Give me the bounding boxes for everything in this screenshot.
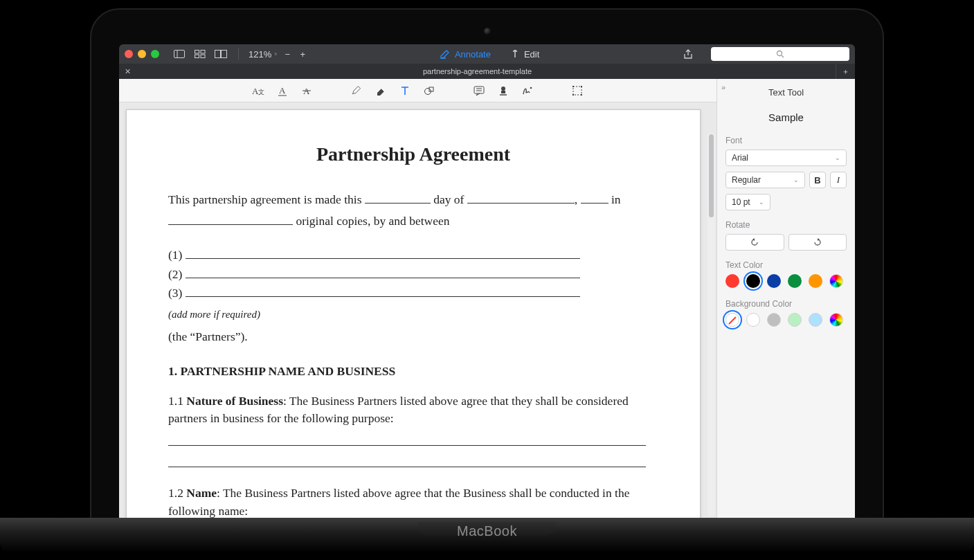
text-color-swatch[interactable] xyxy=(767,274,781,288)
bg-color-swatch[interactable] xyxy=(725,313,739,327)
svg-rect-4 xyxy=(195,55,199,58)
add-tab-button[interactable]: ＋ xyxy=(836,64,855,79)
font-size-select[interactable]: 10 pt ⌄ xyxy=(725,194,770,210)
window-controls xyxy=(125,50,159,58)
document-area: A文 A A xyxy=(119,79,716,519)
app-window: 121% ▾ − + Annotate Edit xyxy=(119,44,855,519)
text-color-swatch[interactable] xyxy=(746,274,760,288)
document-page: Partnership Agreement This partnership a… xyxy=(126,109,701,519)
signature-tool[interactable] xyxy=(518,82,536,100)
minimize-window-button[interactable] xyxy=(138,50,146,58)
dual-page-view-button[interactable] xyxy=(213,46,228,62)
chevron-down-icon: ⌄ xyxy=(759,199,764,206)
svg-rect-5 xyxy=(201,55,205,58)
note-tool[interactable] xyxy=(470,82,488,100)
partner-line-3: (3) xyxy=(168,284,658,302)
search-field[interactable] xyxy=(711,47,849,61)
font-family-value: Arial xyxy=(732,153,748,163)
text-style-tool[interactable]: A文 xyxy=(249,82,267,100)
sidebar-panel-title: Text Tool xyxy=(725,87,847,98)
separator xyxy=(238,48,239,60)
bg-color-swatch[interactable] xyxy=(746,313,760,327)
chevron-down-icon: ⌄ xyxy=(793,177,799,183)
doc-section-1-2: 1.2 Name: The Business Partners listed a… xyxy=(168,485,658,519)
tab-bar: ✕ partnership-agreement-template ＋ xyxy=(119,64,855,79)
zoom-in-button[interactable]: + xyxy=(297,46,308,62)
rotate-section-label: Rotate xyxy=(725,220,847,230)
bg-color-swatches xyxy=(725,313,847,327)
bg-color-picker-button[interactable] xyxy=(829,313,843,327)
font-section-label: Font xyxy=(725,136,847,145)
eraser-tool[interactable] xyxy=(372,82,390,100)
vertical-scrollbar[interactable] xyxy=(707,133,715,516)
close-window-button[interactable] xyxy=(125,50,133,58)
laptop-base: MacBook xyxy=(0,518,974,552)
selection-tool[interactable] xyxy=(568,82,586,100)
rotate-cw-icon xyxy=(813,237,822,247)
svg-rect-27 xyxy=(572,86,574,87)
annotate-icon xyxy=(440,48,451,60)
svg-rect-3 xyxy=(201,51,205,54)
bg-color-swatch[interactable] xyxy=(767,313,781,327)
italic-toggle[interactable]: I xyxy=(830,172,847,188)
doc-title: Partnership Agreement xyxy=(168,141,658,169)
blank-line xyxy=(168,433,658,451)
shape-tool[interactable] xyxy=(420,82,438,100)
close-tab-button[interactable]: ✕ xyxy=(125,67,131,76)
screen-bezel: 121% ▾ − + Annotate Edit xyxy=(119,44,855,519)
laptop-brand-label: MacBook xyxy=(0,523,974,539)
page-canvas[interactable]: Partnership Agreement This partnership a… xyxy=(119,102,716,519)
svg-rect-2 xyxy=(195,51,199,54)
annotation-toolbar: A文 A A xyxy=(119,79,716,102)
font-style-select[interactable]: Regular ⌄ xyxy=(725,172,805,188)
annotate-mode-button[interactable]: Annotate xyxy=(440,48,491,60)
edit-mode-button[interactable]: Edit xyxy=(510,49,539,60)
svg-text:文: 文 xyxy=(258,89,264,96)
annotate-mode-label: Annotate xyxy=(455,49,491,60)
edit-icon xyxy=(510,49,520,59)
bold-toggle[interactable]: B xyxy=(809,172,826,188)
text-color-swatch[interactable] xyxy=(809,274,822,288)
tab-document[interactable]: ✕ partnership-agreement-template xyxy=(119,64,836,79)
zoom-controls: 121% ▾ − + xyxy=(249,46,308,62)
doc-section-1-heading: 1. PARTNERSHIP NAME AND BUSINESS xyxy=(168,363,658,380)
scrollbar-thumb[interactable] xyxy=(709,134,714,217)
zoom-level-select[interactable]: 121% ▾ xyxy=(249,49,278,60)
fullscreen-window-button[interactable] xyxy=(151,50,159,58)
zoom-out-button[interactable]: − xyxy=(282,46,293,62)
stamp-tool[interactable] xyxy=(494,82,512,100)
svg-line-11 xyxy=(782,55,784,57)
text-box-tool[interactable] xyxy=(396,82,414,100)
collapse-sidebar-button[interactable]: » xyxy=(721,83,725,91)
svg-rect-7 xyxy=(222,51,227,58)
svg-rect-9 xyxy=(514,50,516,51)
titlebar: 121% ▾ − + Annotate Edit xyxy=(119,44,855,64)
bg-color-swatch[interactable] xyxy=(788,313,802,327)
text-color-picker-button[interactable] xyxy=(829,274,843,288)
bg-color-section-label: Background Color xyxy=(725,299,847,309)
thumbnails-view-button[interactable] xyxy=(192,46,208,62)
doc-section-1-1: 1.1 Nature of Business: The Business Par… xyxy=(168,392,658,428)
svg-point-23 xyxy=(501,87,505,91)
doc-intro-line2: original copies, by and between xyxy=(168,213,658,230)
laptop-frame: 121% ▾ − + Annotate Edit xyxy=(90,8,884,524)
rotate-cw-button[interactable] xyxy=(788,234,847,251)
underline-tool[interactable]: A xyxy=(273,82,291,100)
text-color-swatch[interactable] xyxy=(788,274,802,288)
pencil-tool[interactable] xyxy=(348,82,366,100)
share-button[interactable] xyxy=(680,46,696,62)
edit-mode-label: Edit xyxy=(524,49,539,60)
mode-switcher: Annotate Edit xyxy=(440,48,539,60)
rotate-ccw-button[interactable] xyxy=(725,234,784,251)
text-color-swatch[interactable] xyxy=(725,274,739,288)
webcam-icon xyxy=(484,28,491,35)
strikethrough-tool[interactable]: A xyxy=(298,82,316,100)
svg-point-25 xyxy=(530,87,532,89)
bg-color-swatch[interactable] xyxy=(809,313,822,327)
app-body: A文 A A xyxy=(119,79,855,519)
text-sample-preview: Sample xyxy=(725,111,847,123)
zoom-level-value: 121% xyxy=(249,49,271,60)
svg-rect-0 xyxy=(174,51,185,58)
font-family-select[interactable]: Arial ⌄ xyxy=(725,150,847,166)
toggle-sidebar-button[interactable] xyxy=(172,46,187,62)
